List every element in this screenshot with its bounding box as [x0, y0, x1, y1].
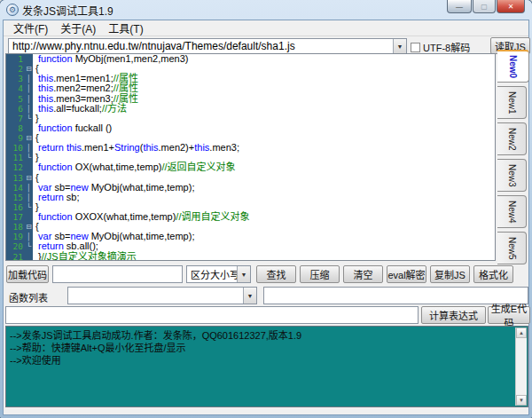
console-message: -->帮助：快捷键Alt+Q最小化至托盘/显示 — [10, 342, 513, 354]
url-combobox[interactable]: http://www.phy.ntnu.edu.tw/ntnujava/Them… — [8, 38, 407, 54]
line-number: 17 — [6, 212, 25, 222]
search-row: 加载代码 区分大小写 ▼ 查找压缩清空eval解密复制JS格式化 — [4, 265, 528, 283]
line-number: 6 — [6, 104, 25, 114]
fold-margin: │ — [25, 74, 33, 83]
code-editor[interactable]: 1 function MyObj(men1,men2,men3)2⊟{3│ th… — [5, 53, 496, 261]
fold-margin: │ — [25, 143, 33, 153]
code-line: 1 function MyObj(men1,men2,men3) — [6, 54, 495, 64]
fold-toggle-icon[interactable]: ⊟ — [25, 173, 33, 183]
search-input[interactable] — [52, 265, 183, 283]
fold-margin — [25, 252, 33, 262]
utf8-decode-label: UTF-8解码 — [423, 40, 470, 54]
line-number: 19 — [6, 232, 25, 241]
line-number: 20 — [6, 241, 25, 251]
code-line: 6│ this.all=fuckall;//方法 — [6, 104, 495, 114]
fold-margin: │ — [25, 83, 33, 93]
code-text: var sb=new MyObj(what,time,temp); — [33, 183, 495, 193]
expression-input[interactable] — [5, 306, 419, 324]
menu-item-tools[interactable]: 工具(T) — [102, 20, 149, 35]
copy-js-button[interactable]: 复制JS — [430, 265, 470, 283]
minimize-button[interactable]: — — [447, 0, 472, 13]
code-line: 15│ return sb; — [6, 193, 495, 202]
function-list-select[interactable]: ▼ — [67, 287, 257, 304]
eval-decrypt-button[interactable]: eval解密 — [387, 265, 426, 283]
function-list-label: 函数列表 — [9, 290, 48, 304]
code-line: 8 function fuckall () — [6, 123, 495, 133]
find-button[interactable]: 查找 — [256, 265, 296, 283]
app-icon: ⚙ — [6, 4, 19, 16]
line-number: 15 — [6, 193, 25, 202]
scroll-up-icon[interactable]: ▲ — [516, 327, 527, 338]
case-dropdown-arrow-icon[interactable]: ▼ — [237, 266, 250, 282]
fold-toggle-icon[interactable]: ⊟ — [25, 64, 33, 74]
client-area: 文件(F)关于(A)工具(T) http://www.phy.ntnu.edu.… — [3, 20, 529, 415]
function-list-arrow-icon[interactable]: ▼ — [243, 288, 256, 304]
tab-new0[interactable]: New0 — [497, 50, 529, 83]
console-lines: -->发条JS调试工具启动成功.作者：发条陈，QQ601612327,版本1.9… — [10, 329, 513, 367]
fold-toggle-icon[interactable]: ⊟ — [25, 222, 33, 232]
tab-new1[interactable]: New1 — [497, 86, 527, 119]
url-dropdown-arrow-icon[interactable]: ▼ — [393, 39, 406, 53]
line-number: 14 — [6, 183, 25, 193]
fold-margin: │ — [25, 94, 33, 104]
case-sensitive-select[interactable]: 区分大小写 ▼ — [186, 265, 251, 283]
code-line: 17 function OXOX(what,time,temp)//调用自定义对… — [6, 212, 495, 222]
code-text: function fuckall () — [33, 123, 495, 133]
window-title: 发条JS调试工具1.9 — [22, 3, 113, 18]
compress-button[interactable]: 压缩 — [300, 265, 340, 283]
generate-ecode-button[interactable]: 生成E代码 — [488, 306, 530, 324]
code-text: function MyObj(men1,men2,men3) — [33, 54, 495, 64]
line-number: 21 — [6, 252, 25, 262]
tab-new2[interactable]: New2 — [497, 122, 527, 155]
clear-button[interactable]: 清空 — [343, 265, 383, 283]
close-button[interactable]: ✕ — [497, 0, 525, 13]
fold-margin — [25, 123, 33, 133]
menu-bar: 文件(F)关于(A)工具(T) — [4, 20, 528, 36]
line-number: 12 — [6, 162, 25, 172]
console-scrollbar[interactable]: ▲ ▼ — [515, 327, 527, 406]
code-line: 10│ return this.men1+String(this.men2)+t… — [6, 143, 495, 153]
code-line: 21 }//JS自定义对象摘演示 — [6, 252, 495, 262]
app-window: ⚙ 发条JS调试工具1.9 — ▢ ✕ 文件(F)关于(A)工具(T) http… — [0, 0, 532, 418]
code-text: return this.men1+String(this.men2)+this.… — [33, 143, 495, 153]
menu-item-about[interactable]: 关于(A) — [54, 20, 102, 35]
fold-margin: │ — [25, 232, 33, 241]
tab-new5[interactable]: New5 — [497, 232, 527, 264]
console-message: -->发条JS调试工具启动成功.作者：发条陈，QQ601612327,版本1.9 — [10, 329, 513, 342]
tab-new4[interactable]: New4 — [497, 195, 527, 228]
code-text: return sb; — [33, 193, 495, 202]
line-number: 3 — [6, 74, 25, 83]
fold-margin: └ — [25, 241, 33, 251]
url-text[interactable]: http://www.phy.ntnu.edu.tw/ntnujava/Them… — [9, 40, 393, 52]
tab-new3[interactable]: New3 — [497, 159, 527, 192]
line-number: 10 — [6, 143, 25, 153]
fold-margin — [25, 212, 33, 222]
calc-expression-button[interactable]: 计算表达式 — [421, 306, 486, 324]
titlebar[interactable]: ⚙ 发条JS调试工具1.9 — ▢ ✕ — [0, 0, 532, 20]
load-code-button[interactable]: 加载代码 — [6, 265, 49, 283]
fold-margin: └ — [25, 202, 33, 212]
line-number: 7 — [6, 114, 25, 123]
format-button[interactable]: 格式化 — [473, 265, 513, 283]
checkbox-icon[interactable] — [411, 43, 420, 52]
scroll-down-icon[interactable]: ▼ — [516, 395, 527, 406]
utf8-decode-checkbox[interactable]: UTF-8解码 — [411, 40, 470, 54]
code-text: var sb=new MyObj(what,time,temp); — [33, 232, 495, 241]
case-sensitive-value[interactable]: 区分大小写 — [187, 267, 237, 281]
fold-margin — [25, 162, 33, 172]
line-number: 2 — [6, 64, 25, 74]
code-line: 14│ var sb=new MyObj(what,time,temp); — [6, 183, 495, 193]
line-number: 13 — [6, 173, 25, 183]
fold-margin: │ — [25, 183, 33, 193]
menu-item-file[interactable]: 文件(F) — [7, 20, 54, 35]
expression-row: 计算表达式 生成E代码 — [4, 306, 528, 324]
console-output[interactable]: -->发条JS调试工具启动成功.作者：发条陈，QQ601612327,版本1.9… — [5, 326, 528, 407]
code-text: function OX(what,time,temp)//返回自定义对象 — [33, 162, 495, 172]
line-number: 4 — [6, 83, 25, 93]
maximize-button: ▢ — [473, 0, 496, 13]
line-number: 1 — [6, 54, 25, 64]
fold-margin — [25, 54, 33, 64]
window-controls: — ▢ ✕ — [446, 0, 525, 13]
code-text: this.all=fuckall;//方法 — [33, 104, 495, 114]
fold-toggle-icon[interactable]: ⊟ — [25, 133, 33, 143]
